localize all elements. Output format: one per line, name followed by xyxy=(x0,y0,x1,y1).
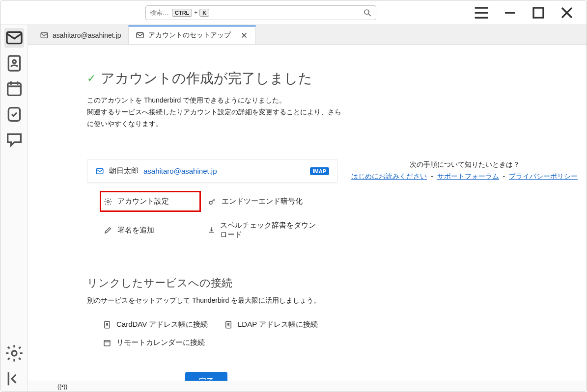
action-dict-label: スペルチェック辞書をダウンロード xyxy=(220,221,321,239)
protocol-badge: IMAP xyxy=(310,167,330,175)
svg-point-27 xyxy=(107,323,108,325)
download-dictionary-button[interactable]: スペルチェック辞書をダウンロード xyxy=(205,216,324,244)
carddav-connect-button[interactable]: CardDAV アドレス帳に接続 xyxy=(103,320,216,329)
svg-point-17 xyxy=(12,351,17,356)
rail-calendar-button[interactable] xyxy=(4,79,24,99)
help-sep: - xyxy=(431,172,433,180)
spaces-toolbar xyxy=(0,25,28,392)
account-card: 朝日太郎 asahitaro@asahinet.jp IMAP xyxy=(87,159,337,183)
search-icon xyxy=(363,8,372,17)
title-text: アカウントの作成が完了しました xyxy=(101,69,312,88)
e2e-encryption-button[interactable]: エンドツーエンド暗号化 xyxy=(205,192,324,211)
rail-mail-button[interactable] xyxy=(4,28,24,48)
action-signature-label: 署名を追加 xyxy=(117,226,154,235)
linked-services-desc: 別のサービスをセットアップして Thunderbird を最大限に活用しましょう… xyxy=(87,296,342,305)
help-privacy-link[interactable]: プライバシーポリシー xyxy=(509,172,578,180)
tab-account-setup[interactable]: アカウントのセットアップ xyxy=(128,26,256,44)
checkmark-icon: ✓ xyxy=(87,72,96,85)
calendar-label: リモートカレンダーに接続 xyxy=(116,338,205,347)
action-settings-label: アカウント設定 xyxy=(117,197,169,206)
svg-point-25 xyxy=(209,201,212,204)
tab-mail-account[interactable]: asahitaro@asahinet.jp xyxy=(33,26,128,44)
rail-chat-button[interactable] xyxy=(4,130,24,150)
remote-calendar-button[interactable]: リモートカレンダーに接続 xyxy=(103,338,216,347)
key-icon xyxy=(208,197,217,206)
svg-rect-6 xyxy=(533,8,543,18)
help-question: 次の手順について知りたいときは？ xyxy=(342,160,587,169)
kbd-k: K xyxy=(199,9,209,17)
account-name: 朝日太郎 xyxy=(109,166,139,176)
help-readme-link[interactable]: はじめにお読みください xyxy=(351,172,427,180)
app-menu-button[interactable] xyxy=(472,3,491,23)
svg-point-29 xyxy=(228,323,229,325)
page-title: ✓ アカウントの作成が完了しました xyxy=(87,69,342,88)
addressbook-icon xyxy=(224,320,233,329)
download-icon xyxy=(208,226,215,235)
svg-rect-12 xyxy=(7,83,21,95)
account-settings-button[interactable]: アカウント設定 xyxy=(101,192,200,211)
account-email: asahitaro@asahinet.jp xyxy=(143,167,217,175)
help-sep: - xyxy=(503,172,505,180)
svg-point-24 xyxy=(107,201,110,203)
help-forum-link[interactable]: サポートフォーラム xyxy=(437,172,499,180)
kbd-plus: + xyxy=(194,9,197,16)
kbd-ctrl: CTRL xyxy=(172,9,192,17)
window-minimize-button[interactable] xyxy=(500,3,520,23)
rail-collapse-button[interactable] xyxy=(4,369,24,389)
mail-setup-icon xyxy=(136,31,144,40)
tabs-bar: asahitaro@asahinet.jp アカウントのセットアップ xyxy=(28,25,587,45)
svg-point-0 xyxy=(364,10,369,14)
carddav-label: CardDAV アドレス帳に接続 xyxy=(116,320,208,329)
action-e2e-label: エンドツーエンド暗号化 xyxy=(222,197,303,206)
add-signature-button[interactable]: 署名を追加 xyxy=(101,216,200,244)
rail-settings-button[interactable] xyxy=(4,343,24,363)
svg-point-11 xyxy=(12,60,16,63)
addressbook-icon xyxy=(103,320,112,329)
ldap-label: LDAP アドレス帳に接続 xyxy=(238,320,318,329)
account-mail-icon xyxy=(95,167,104,176)
calendar-icon xyxy=(103,339,112,347)
rail-tasks-button[interactable] xyxy=(4,105,24,124)
svg-line-1 xyxy=(368,14,371,16)
tab-mail-label: asahitaro@asahinet.jp xyxy=(53,31,121,39)
window-maximize-button[interactable] xyxy=(529,3,548,23)
status-activity-icon: ((•)) xyxy=(57,383,67,390)
search-input[interactable]: 検索… CTRL + K xyxy=(145,5,376,20)
linked-services-title: リンクしたサービスへの接続 xyxy=(87,276,342,290)
help-panel: 次の手順について知りたいときは？ はじめにお読みください - サポートフォーラム… xyxy=(342,45,587,381)
svg-rect-30 xyxy=(104,340,110,346)
rail-addressbook-button[interactable] xyxy=(4,53,24,73)
done-button[interactable]: 完了 xyxy=(185,372,227,381)
tab-setup-label: アカウントのセットアップ xyxy=(148,31,231,40)
desc-line-1: このアカウントを Thunderbird で使用できるようになりました。 xyxy=(87,95,342,106)
window-close-button[interactable] xyxy=(557,3,577,23)
search-placeholder: 検索… xyxy=(150,8,169,17)
ldap-connect-button[interactable]: LDAP アドレス帳に接続 xyxy=(224,320,337,329)
mail-icon xyxy=(40,31,49,40)
tab-close-button[interactable] xyxy=(240,31,249,40)
desc-line-2: 関連するサービスへ接続したりアカウント設定の詳細を変更することにより、さらに使い… xyxy=(87,106,342,130)
status-bar: ((•)) xyxy=(28,381,587,392)
gear-icon xyxy=(104,197,112,206)
pencil-icon xyxy=(104,226,112,235)
